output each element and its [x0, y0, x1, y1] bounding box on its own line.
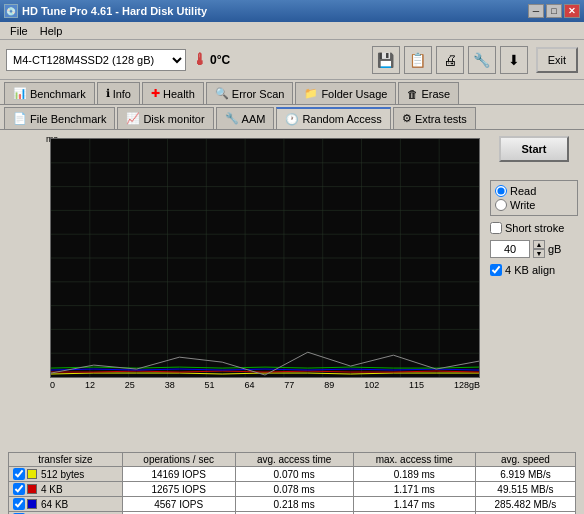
cell-ops-2: 4567 IOPS [122, 497, 235, 512]
tabs-row-2: 📄 File Benchmark 📈 Disk monitor 🔧 AAM 🕐 … [0, 105, 584, 130]
x-label-89: 89 [324, 380, 334, 390]
short-stroke-row: Short stroke [490, 222, 578, 234]
align-checkbox[interactable] [490, 264, 502, 276]
col-max-access: max. access time [353, 453, 475, 467]
main-content: ms 200.0 180.0 160.0 140.0 120.0 100.0 8… [0, 130, 584, 450]
row-checkbox-0[interactable] [13, 468, 25, 480]
short-stroke-checkbox[interactable] [490, 222, 502, 234]
tab-erase[interactable]: 🗑 Erase [398, 82, 459, 104]
color-swatch-2 [27, 499, 37, 509]
cell-label-1: 4 KB [9, 482, 123, 497]
copy-icon-btn[interactable]: 📋 [404, 46, 432, 74]
tab-extra-tests[interactable]: ⚙ Extra tests [393, 107, 476, 129]
thermometer-icon: 🌡 [192, 51, 208, 69]
cell-max-access-1: 1.171 ms [353, 482, 475, 497]
tab-random-access-label: Random Access [302, 113, 381, 125]
tab-info[interactable]: ℹ Info [97, 82, 140, 104]
tab-disk-monitor[interactable]: 📈 Disk monitor [117, 107, 213, 129]
read-radio-row: Read [495, 185, 573, 197]
tab-file-benchmark-label: File Benchmark [30, 113, 106, 125]
x-axis: 0 12 25 38 51 64 77 89 102 115 128gB [50, 378, 480, 390]
cell-max-access-0: 0.189 ms [353, 467, 475, 482]
row-label-1: 4 KB [41, 484, 63, 495]
spinbox-unit-label: gB [548, 243, 561, 255]
spinbox-up-button[interactable]: ▲ [533, 240, 545, 249]
cell-label-2: 64 KB [9, 497, 123, 512]
tab-erase-label: Erase [421, 88, 450, 100]
tab-disk-monitor-label: Disk monitor [143, 113, 204, 125]
cell-avg-speed-2: 285.482 MB/s [475, 497, 575, 512]
table-row: 4 KB 12675 IOPS 0.078 ms 1.171 ms 49.515… [9, 482, 576, 497]
health-icon: ✚ [151, 87, 160, 100]
tab-aam[interactable]: 🔧 AAM [216, 107, 275, 129]
read-radio[interactable] [495, 185, 507, 197]
row-label-2: 64 KB [41, 499, 68, 510]
drive-selector[interactable]: M4-CT128M4SSD2 (128 gB) [6, 49, 186, 71]
menu-file[interactable]: File [4, 23, 34, 39]
write-radio-row: Write [495, 199, 573, 211]
chart-canvas [50, 138, 480, 378]
row-checkbox-2[interactable] [13, 498, 25, 510]
spinbox-input[interactable] [490, 240, 530, 258]
spinbox-row: ▲ ▼ gB [490, 240, 578, 258]
close-button[interactable]: ✕ [564, 4, 580, 18]
row-checkbox-1[interactable] [13, 483, 25, 495]
x-label-77: 77 [284, 380, 294, 390]
tab-health[interactable]: ✚ Health [142, 82, 204, 104]
col-operations: operations / sec [122, 453, 235, 467]
x-label-12: 12 [85, 380, 95, 390]
start-button[interactable]: Start [499, 136, 569, 162]
data-table-area: transfer size operations / sec avg. acce… [0, 450, 584, 514]
random-access-icon: 🕐 [285, 113, 299, 126]
x-label-0: 0 [50, 380, 55, 390]
info-icon: ℹ [106, 87, 110, 100]
titlebar: 💿 HD Tune Pro 4.61 - Hard Disk Utility ─… [0, 0, 584, 22]
tab-file-benchmark[interactable]: 📄 File Benchmark [4, 107, 115, 129]
short-stroke-label: Short stroke [505, 222, 564, 234]
cell-label-0: 512 bytes [9, 467, 123, 482]
chart-area: ms 200.0 180.0 160.0 140.0 120.0 100.0 8… [0, 130, 484, 450]
results-table: transfer size operations / sec avg. acce… [8, 452, 576, 514]
app-title: HD Tune Pro 4.61 - Hard Disk Utility [22, 5, 207, 17]
download-icon-btn[interactable]: ⬇ [500, 46, 528, 74]
save-icon-btn[interactable]: 💾 [372, 46, 400, 74]
x-label-51: 51 [205, 380, 215, 390]
tab-info-label: Info [113, 88, 131, 100]
align-row: 4 KB align [490, 264, 578, 276]
tab-aam-label: AAM [242, 113, 266, 125]
color-swatch-1 [27, 484, 37, 494]
print-icon-btn[interactable]: 🖨 [436, 46, 464, 74]
write-radio[interactable] [495, 199, 507, 211]
tab-random-access[interactable]: 🕐 Random Access [276, 107, 390, 129]
maximize-button[interactable]: □ [546, 4, 562, 18]
table-row: 512 bytes 14169 IOPS 0.070 ms 0.189 ms 6… [9, 467, 576, 482]
cell-ops-1: 12675 IOPS [122, 482, 235, 497]
col-avg-access: avg. access time [235, 453, 353, 467]
minimize-button[interactable]: ─ [528, 4, 544, 18]
cell-avg-speed-0: 6.919 MB/s [475, 467, 575, 482]
tab-benchmark[interactable]: 📊 Benchmark [4, 82, 95, 104]
erase-icon: 🗑 [407, 88, 418, 100]
app-icon: 💿 [4, 4, 18, 18]
exit-button[interactable]: Exit [536, 47, 578, 73]
spinbox-down-button[interactable]: ▼ [533, 249, 545, 258]
cell-avg-access-2: 0.218 ms [235, 497, 353, 512]
benchmark-icon: 📊 [13, 87, 27, 100]
menubar: File Help [0, 22, 584, 40]
extra-tests-icon: ⚙ [402, 112, 412, 125]
toolbar-action-icons: 💾 📋 🖨 🔧 ⬇ Exit [372, 46, 578, 74]
col-transfer-size: transfer size [9, 453, 123, 467]
window-controls: ─ □ ✕ [528, 4, 580, 18]
tools-icon-btn[interactable]: 🔧 [468, 46, 496, 74]
menu-help[interactable]: Help [34, 23, 69, 39]
x-label-115: 115 [409, 380, 424, 390]
folder-icon: 📁 [304, 87, 318, 100]
chart-wrapper: ms 200.0 180.0 160.0 140.0 120.0 100.0 8… [8, 134, 480, 390]
cell-max-access-2: 1.147 ms [353, 497, 475, 512]
x-label-128gb: 128gB [454, 380, 480, 390]
cell-ops-0: 14169 IOPS [122, 467, 235, 482]
tab-error-scan[interactable]: 🔍 Error Scan [206, 82, 294, 104]
temperature-value: 0°C [210, 53, 230, 67]
tab-benchmark-label: Benchmark [30, 88, 86, 100]
tab-folder-usage[interactable]: 📁 Folder Usage [295, 82, 396, 104]
